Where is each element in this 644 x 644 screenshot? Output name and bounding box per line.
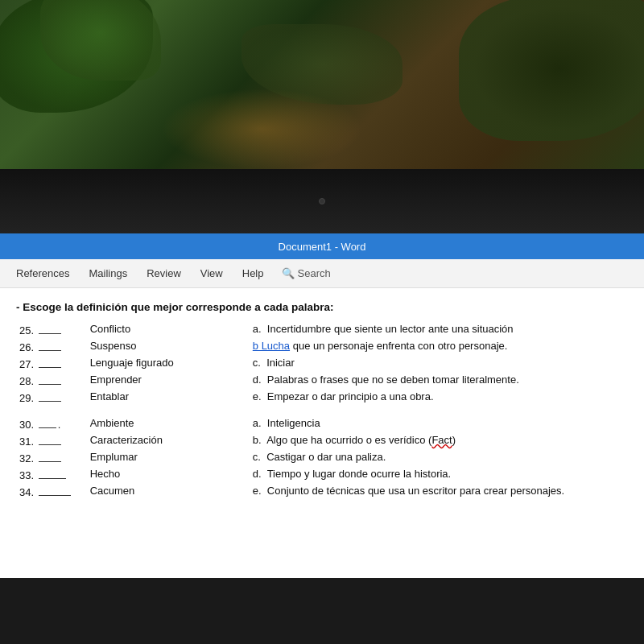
help-menu[interactable]: Help	[234, 264, 272, 283]
view-menu[interactable]: View	[192, 264, 231, 283]
item-definition: a. Inteligencia	[250, 415, 628, 432]
item-num: 25.	[16, 321, 87, 338]
table-row: 25. Conflicto a. Incertidumbre que sient…	[16, 321, 628, 338]
item-num: 28.	[16, 372, 87, 389]
fact-word: Fact	[431, 434, 452, 446]
item-definition: e. Conjunto de técnicas que usa un escri…	[250, 483, 628, 500]
word-title-bar: Document1 - Word	[0, 233, 644, 259]
item-definition: e. Empezar o dar principio a una obra.	[250, 389, 628, 406]
item-num: 29.	[16, 389, 87, 406]
table-row: 28. Emprender d. Palabras o frases que n…	[16, 372, 628, 389]
answer-blank[interactable]	[39, 390, 61, 402]
answer-blank[interactable]	[39, 434, 61, 445]
window-title: Document1 - Word	[279, 241, 366, 253]
item-word: Entablar	[87, 389, 250, 406]
item-definition: c. Castigar o dar una paliza.	[250, 449, 628, 466]
item-num: 31.	[16, 432, 87, 449]
laptop-bezel	[0, 169, 644, 233]
item-definition: a. Incertidumbre que siente un lector an…	[250, 321, 628, 338]
webcam	[319, 198, 325, 204]
item-num: 34.	[16, 483, 87, 500]
answer-blank[interactable]	[39, 451, 61, 462]
table-row: 34. Cacumen e. Conjunto de técnicas que …	[16, 483, 628, 500]
mailings-menu[interactable]: Mailings	[80, 264, 135, 283]
instruction-text: - Escoge la definición que mejor corresp…	[16, 301, 628, 313]
table-row: 26. Suspenso b Lucha que un personaje en…	[16, 338, 628, 355]
item-num: 30. .	[16, 415, 87, 432]
answer-blank[interactable]	[39, 485, 71, 496]
table-row: 33. Hecho d. Tiempo y lugar donde ocurre…	[16, 466, 628, 483]
item-word: Suspenso	[87, 338, 250, 355]
table-row: 32. Emplumar c. Castigar o dar una paliz…	[16, 449, 628, 466]
table-row: 27. Lenguaje figurado c. Iniciar	[16, 355, 628, 372]
exercise-table: 25. Conflicto a. Incertidumbre que sient…	[16, 321, 628, 500]
table-row: 31. Caracterización b. Algo que ha ocurr…	[16, 432, 628, 449]
document-content: - Escoge la definición que mejor corresp…	[0, 288, 644, 578]
item-num: 26.	[16, 338, 87, 355]
background-photo	[0, 0, 644, 169]
answer-blank[interactable]	[39, 417, 56, 428]
item-definition: b. Algo que ha ocurrido o es verídico (F…	[250, 432, 628, 449]
item-word: Ambiente	[87, 415, 250, 432]
item-word: Hecho	[87, 466, 250, 483]
item-word: Emprender	[87, 372, 250, 389]
section-gap	[16, 406, 628, 415]
answer-blank[interactable]	[39, 323, 61, 334]
answer-blank[interactable]	[39, 357, 61, 368]
review-menu[interactable]: Review	[138, 264, 189, 283]
menu-bar: References Mailings Review View Help 🔍 S…	[0, 259, 644, 288]
answer-link: b Lucha	[253, 340, 290, 352]
item-num: 27.	[16, 355, 87, 372]
search-label[interactable]: Search	[298, 267, 331, 279]
table-row: 29. Entablar e. Empezar o dar principio …	[16, 389, 628, 406]
item-definition: d. Palabras o frases que no se deben tom…	[250, 372, 628, 389]
answer-blank[interactable]	[39, 374, 61, 385]
item-num: 33.	[16, 466, 87, 483]
answer-blank[interactable]	[39, 340, 61, 351]
item-definition: d. Tiempo y lugar donde ocurre la histor…	[250, 466, 628, 483]
item-word: Cacumen	[87, 483, 250, 500]
item-num: 32.	[16, 449, 87, 466]
item-word: Conflicto	[87, 321, 250, 338]
table-row: 30. . Ambiente a. Inteligencia	[16, 415, 628, 432]
search-area[interactable]: 🔍 Search	[282, 267, 331, 279]
item-word: Caracterización	[87, 432, 250, 449]
item-definition: b Lucha que un personaje enfrenta con ot…	[250, 338, 628, 355]
references-menu[interactable]: References	[8, 264, 77, 283]
item-word: Lenguaje figurado	[87, 355, 250, 372]
search-icon: 🔍	[282, 267, 295, 279]
item-word: Emplumar	[87, 449, 250, 466]
answer-blank[interactable]	[39, 468, 66, 479]
item-definition: c. Iniciar	[250, 355, 628, 372]
